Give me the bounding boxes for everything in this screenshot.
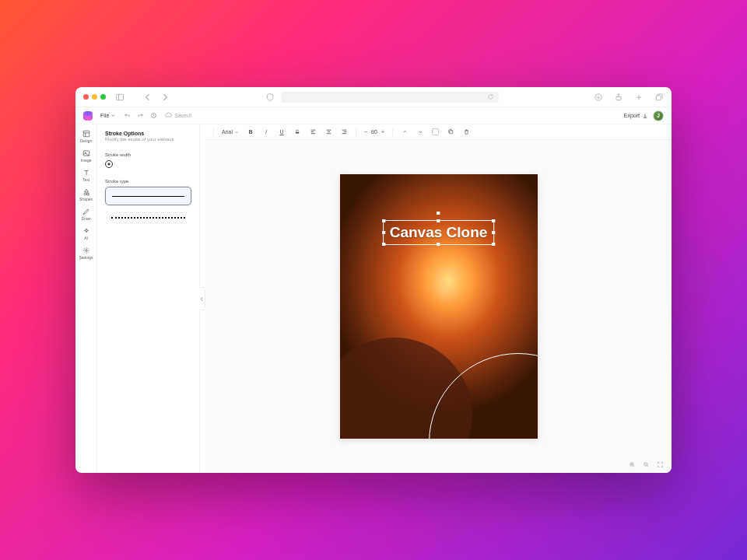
- chevron-down-icon: [110, 113, 116, 118]
- color-swatch[interactable]: [432, 128, 439, 135]
- close-window-button[interactable]: [83, 94, 89, 100]
- stroke-type-solid[interactable]: [105, 187, 191, 205]
- share-icon[interactable]: [614, 93, 623, 102]
- align-center-button[interactable]: [324, 128, 332, 136]
- app-toolbar: File Saved! Export J: [75, 107, 672, 124]
- browser-window: File Saved! Export J Design: [75, 87, 672, 473]
- svg-rect-6: [656, 95, 661, 100]
- rail-label: Settings: [79, 255, 93, 260]
- layout-icon: [82, 130, 90, 138]
- tabs-icon[interactable]: [654, 93, 664, 102]
- resize-handle-ml[interactable]: [382, 231, 385, 234]
- rotate-handle[interactable]: [437, 212, 440, 215]
- titlebar: [75, 87, 672, 107]
- canvas-area: Arial B I U S − 80 +: [205, 124, 672, 473]
- bring-forward-button[interactable]: [401, 128, 409, 136]
- history-button[interactable]: [150, 112, 157, 119]
- selection-outline: [384, 221, 494, 244]
- rail-label: Shapes: [79, 197, 93, 201]
- size-increase-button[interactable]: +: [381, 129, 384, 135]
- stroke-width-knob-icon: [105, 160, 113, 168]
- resize-handle-tl[interactable]: [382, 219, 385, 222]
- rail-label: AI: [84, 236, 88, 240]
- rail-label: Image: [81, 158, 92, 163]
- stroke-width-label: Stroke width: [105, 152, 191, 157]
- align-right-button[interactable]: [340, 128, 348, 136]
- font-size-value[interactable]: 80: [371, 129, 377, 135]
- rail-label: Design: [80, 138, 93, 143]
- stroke-width-control[interactable]: [105, 160, 191, 168]
- undo-button[interactable]: [124, 112, 131, 119]
- svg-point-17: [83, 193, 86, 195]
- panel-subtitle: Modify the stroke of your element: [105, 137, 191, 142]
- sidebar-toggle-icon[interactable]: [115, 93, 124, 102]
- download-icon: [642, 113, 648, 119]
- solid-line-icon: [112, 196, 184, 197]
- user-avatar[interactable]: J: [653, 110, 664, 121]
- italic-button[interactable]: I: [262, 128, 270, 136]
- collapse-panel-button[interactable]: [199, 287, 205, 310]
- zoom-out-button[interactable]: [642, 460, 650, 468]
- align-left-button[interactable]: [309, 128, 317, 136]
- delete-button[interactable]: [462, 128, 470, 136]
- canvas-stage[interactable]: Canvas Clone: [205, 140, 672, 473]
- svg-rect-30: [465, 131, 467, 135]
- rail-label: Draw: [82, 216, 91, 221]
- rail-label: Text: [82, 177, 89, 182]
- redo-button[interactable]: [137, 112, 144, 119]
- font-family-value: Arial: [222, 129, 233, 135]
- file-menu-label: File: [100, 113, 109, 118]
- chevron-left-icon: [200, 296, 204, 302]
- fullscreen-button[interactable]: [656, 460, 664, 468]
- rail-settings[interactable]: Settings: [75, 244, 96, 262]
- artboard[interactable]: Canvas Clone: [340, 174, 538, 439]
- rail-image[interactable]: Image: [75, 147, 96, 165]
- zoom-in-button[interactable]: [628, 460, 636, 468]
- shield-icon[interactable]: [265, 93, 275, 102]
- pencil-icon: [82, 208, 90, 215]
- resize-handle-tr[interactable]: [492, 219, 495, 222]
- export-label: Export: [624, 113, 640, 118]
- maximize-window-button[interactable]: [100, 94, 106, 100]
- file-menu[interactable]: File: [100, 113, 116, 118]
- font-family-select[interactable]: Arial: [222, 129, 239, 135]
- chevron-down-icon: [234, 130, 239, 135]
- reload-icon[interactable]: [487, 93, 494, 100]
- image-icon: [82, 149, 90, 157]
- export-button[interactable]: Export: [624, 113, 648, 119]
- tool-rail: Design Image Text Shapes Draw AI: [75, 124, 97, 473]
- rail-design[interactable]: Design: [75, 128, 96, 145]
- shapes-icon: [82, 188, 90, 196]
- rail-ai[interactable]: AI: [75, 225, 96, 243]
- underline-button[interactable]: U: [278, 128, 286, 136]
- app-logo-icon[interactable]: [83, 111, 93, 121]
- avatar-initial: J: [657, 113, 660, 118]
- resize-handle-br[interactable]: [492, 243, 495, 246]
- strikethrough-button[interactable]: S: [293, 128, 301, 136]
- stroke-type-dotted[interactable]: [105, 208, 191, 227]
- address-bar[interactable]: [281, 92, 499, 103]
- rail-shapes[interactable]: Shapes: [75, 186, 96, 204]
- back-button[interactable]: [143, 93, 153, 102]
- forward-button[interactable]: [160, 93, 170, 102]
- size-decrease-button[interactable]: −: [364, 129, 367, 135]
- dotted-line-icon: [111, 217, 185, 219]
- sparkle-icon: [82, 227, 90, 235]
- resize-handle-bm[interactable]: [437, 243, 440, 246]
- bold-button[interactable]: B: [247, 128, 254, 136]
- svg-rect-29: [449, 131, 452, 134]
- resize-handle-bl[interactable]: [382, 243, 385, 246]
- new-tab-icon[interactable]: [634, 93, 644, 102]
- selected-text-element[interactable]: Canvas Clone: [384, 221, 494, 244]
- save-status: Saved!: [165, 112, 191, 119]
- resize-handle-tm[interactable]: [437, 219, 440, 222]
- minimize-window-button[interactable]: [92, 94, 97, 100]
- svg-line-38: [647, 465, 648, 467]
- rail-draw[interactable]: Draw: [75, 205, 96, 223]
- download-icon[interactable]: [594, 93, 603, 102]
- resize-handle-mr[interactable]: [492, 231, 495, 234]
- svg-rect-9: [83, 131, 89, 137]
- send-backward-button[interactable]: [416, 128, 424, 136]
- duplicate-button[interactable]: [447, 128, 454, 136]
- rail-text[interactable]: Text: [75, 166, 96, 184]
